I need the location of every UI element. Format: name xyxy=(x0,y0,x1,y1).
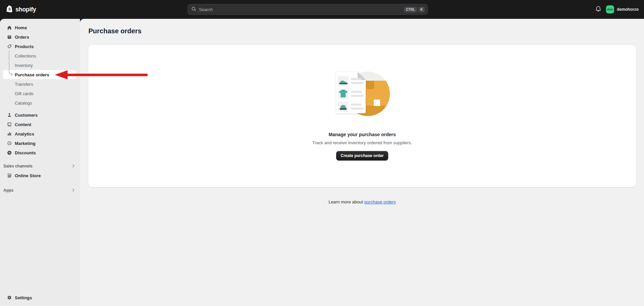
sidebar-item-label: Transfers xyxy=(15,82,33,87)
sidebar-item-label: Orders xyxy=(15,35,29,40)
sidebar-item-label: Collections xyxy=(15,53,36,59)
sidebar-item-transfers[interactable]: Transfers xyxy=(3,79,76,89)
svg-text:%: % xyxy=(8,152,11,154)
kbd-k: K xyxy=(418,7,425,12)
search-input[interactable]: Search CTRL K xyxy=(188,4,428,15)
sidebar-item-settings[interactable]: Settings xyxy=(3,293,76,302)
purchase-orders-link[interactable]: purchase orders xyxy=(364,199,396,204)
empty-state-card: Manage your purchase orders Track and re… xyxy=(88,45,636,187)
empty-state-heading: Manage your purchase orders xyxy=(329,132,396,137)
apps-header[interactable]: Apps xyxy=(0,186,80,195)
learn-more-text: Learn more about xyxy=(328,199,364,204)
search-placeholder: Search xyxy=(199,7,404,12)
sidebar-item-label: Gift cards xyxy=(15,91,34,96)
sidebar-item-catalogs[interactable]: Catalogs xyxy=(3,98,76,108)
media-icon xyxy=(7,122,12,127)
learn-more-footer: Learn more about purchase orders xyxy=(88,199,636,204)
sidebar-item-label: Catalogs xyxy=(15,101,32,106)
sidebar-item-label: Analytics xyxy=(15,131,34,137)
orders-icon xyxy=(7,34,12,40)
sidebar-item-purchase-orders[interactable]: Purchase orders xyxy=(3,70,76,79)
sidebar-item-label: Inventory xyxy=(15,63,33,68)
sidebar-item-orders[interactable]: Orders xyxy=(3,32,76,42)
topbar-right: dem demohorzo xyxy=(595,0,639,19)
sales-channels-header[interactable]: Sales channels xyxy=(0,161,80,171)
sidebar-item-label: Settings xyxy=(15,295,32,300)
user-menu[interactable]: dem demohorzo xyxy=(606,5,639,13)
search-icon xyxy=(191,6,196,13)
sidebar-item-marketing[interactable]: Marketing xyxy=(3,139,76,148)
sidebar-item-content[interactable]: Content xyxy=(3,120,76,129)
bar-chart-icon xyxy=(7,131,12,137)
sidebar-item-label: Marketing xyxy=(15,141,35,146)
sidebar-item-label: Content xyxy=(15,122,31,127)
sidebar-item-products[interactable]: Products xyxy=(3,42,76,51)
home-icon xyxy=(7,25,12,30)
tag-icon xyxy=(7,44,12,49)
person-icon xyxy=(7,112,12,118)
shopify-wordmark: shopify xyxy=(15,6,36,13)
topbar: S shopify Search CTRL K xyxy=(0,0,644,19)
shopify-logo[interactable]: S shopify xyxy=(0,5,36,14)
main-content: Purchase orders xyxy=(80,19,644,306)
target-icon xyxy=(7,141,12,146)
discount-badge-icon: % xyxy=(7,150,12,155)
page-title: Purchase orders xyxy=(88,26,636,36)
purchase-orders-illustration xyxy=(333,69,391,117)
store-name: demohorzo xyxy=(617,7,639,12)
sidebar-item-gift-cards[interactable]: Gift cards xyxy=(3,89,76,98)
sidebar-item-label: Online Store xyxy=(15,173,41,178)
sidebar-item-label: Customers xyxy=(15,113,38,118)
chevron-right-icon xyxy=(72,163,75,169)
content-shell: Home Orders Products Collections xyxy=(0,19,644,306)
sidebar-item-discounts[interactable]: % Discounts xyxy=(3,148,76,157)
shopify-bag-icon: S xyxy=(6,5,13,14)
sidebar-item-label: Home xyxy=(15,25,27,30)
chevron-right-icon xyxy=(72,187,75,193)
sidebar-item-label: Purchase orders xyxy=(15,72,49,77)
storefront-icon xyxy=(7,173,12,178)
sidebar: Home Orders Products Collections xyxy=(0,19,80,306)
create-purchase-order-button[interactable]: Create purchase order xyxy=(336,151,388,160)
kbd-ctrl: CTRL xyxy=(404,7,417,12)
sidebar-item-online-store[interactable]: Online Store xyxy=(3,171,76,180)
svg-text:S: S xyxy=(8,7,11,11)
sidebar-item-inventory[interactable]: Inventory xyxy=(3,61,76,70)
shopify-admin: S shopify Search CTRL K xyxy=(0,0,644,306)
sidebar-item-label: Discounts xyxy=(15,150,36,155)
sidebar-item-analytics[interactable]: Analytics xyxy=(3,129,76,139)
gear-icon xyxy=(7,295,12,300)
avatar: dem xyxy=(606,5,614,13)
notifications-button[interactable] xyxy=(595,6,601,13)
bell-icon xyxy=(595,6,601,13)
sidebar-item-home[interactable]: Home xyxy=(3,23,76,32)
empty-state-description: Track and receive inventory ordered from… xyxy=(312,140,412,145)
sidebar-item-customers[interactable]: Customers xyxy=(3,110,76,120)
search-shortcut: CTRL K xyxy=(404,7,425,12)
sidebar-item-label: Products xyxy=(15,44,34,49)
sidebar-item-collections[interactable]: Collections xyxy=(3,51,76,61)
